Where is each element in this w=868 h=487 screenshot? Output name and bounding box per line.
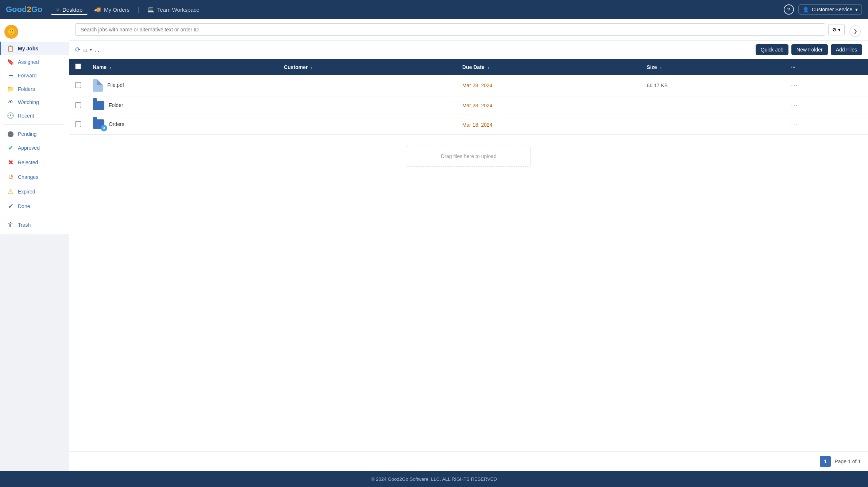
filter-icon[interactable]: ⏍: [84, 47, 87, 53]
row-customer-cell: [278, 115, 456, 135]
file-icon: [93, 79, 103, 92]
approved-icon: ✔: [7, 144, 14, 152]
nav-separator: |: [138, 6, 139, 14]
forward-label: Forward: [18, 73, 36, 78]
my-jobs-icon: 📋: [7, 45, 14, 52]
row-more-cell[interactable]: ···: [785, 75, 868, 96]
trash-label: Trash: [18, 222, 31, 228]
sidebar-divider-1: [4, 124, 65, 125]
row-due-date-text: Mar 18, 2024: [462, 122, 493, 128]
table-header-size[interactable]: Size ↕: [641, 59, 786, 75]
my-orders-label: My Orders: [104, 7, 130, 13]
nav-right: ? 👤 Customer Service ▾: [784, 4, 862, 15]
sidebar-item-assigned[interactable]: 🔖 Assigned: [0, 55, 69, 69]
user-icon: 👤: [803, 7, 809, 12]
refresh-icon[interactable]: ⟳: [75, 46, 81, 54]
sidebar-item-folders[interactable]: 📁 Folders: [0, 82, 69, 96]
table-header-more[interactable]: ···: [785, 59, 868, 75]
logo[interactable]: Good2Go: [6, 5, 42, 14]
row-select-cell: [69, 96, 87, 115]
approved-label: Approved: [18, 145, 40, 151]
row-checkbox[interactable]: [75, 102, 81, 108]
footer-text: © 2024 Good2Go Software, LLC. ALL RIGHTS…: [371, 476, 497, 482]
new-folder-button[interactable]: New Folder: [791, 44, 828, 55]
row-name-text: File.pdf: [107, 82, 124, 88]
due-date-sort-arrow: ↕: [487, 65, 490, 70]
row-name-text: Folder: [109, 102, 123, 108]
sidebar-item-recent[interactable]: 🕐 Recent: [0, 109, 69, 122]
row-size-cell: [641, 96, 786, 115]
sidebar-item-rejected[interactable]: ✖ Rejected: [0, 155, 69, 170]
sidebar-item-changes[interactable]: ↺ Changes: [0, 170, 69, 184]
sidebar-item-pending[interactable]: ⬤ Pending: [0, 127, 69, 141]
row-more-button[interactable]: ···: [791, 82, 798, 88]
row-checkbox[interactable]: [75, 121, 81, 127]
row-select-cell: [69, 115, 87, 135]
row-more-button[interactable]: ···: [791, 102, 798, 108]
row-more-cell[interactable]: ···: [785, 96, 868, 115]
row-name-cell[interactable]: ↺ Orders: [87, 115, 278, 135]
sidebar-item-approved[interactable]: ✔ Approved: [0, 141, 69, 155]
sidebar-item-watching[interactable]: 👁 Watching: [0, 96, 69, 109]
row-due-date-text: Mar 28, 2024: [462, 83, 493, 88]
row-name-cell[interactable]: Folder: [87, 96, 278, 115]
pagination: 1 Page 1 of 1: [69, 451, 868, 471]
logo-good: Good: [6, 5, 27, 14]
filter-chevron-icon[interactable]: ▾: [90, 47, 92, 52]
row-size-text: 66.17 KB: [647, 83, 668, 88]
row-customer-cell: [278, 96, 456, 115]
sidebar-wrapper: 🙂 📋 My Jobs 🔖 Assigned ➡ Forward 📁 Folde…: [0, 19, 69, 471]
collapse-panel-button[interactable]: ❯: [850, 26, 861, 37]
name-sort-arrow: ↑: [109, 65, 112, 70]
sidebar-item-trash[interactable]: 🗑 Trash: [0, 218, 69, 231]
recent-label: Recent: [18, 113, 34, 119]
done-icon: ✔: [7, 202, 14, 210]
drag-upload-area[interactable]: Drag files here to upload: [407, 146, 531, 167]
nav-desktop[interactable]: ≡ Desktop: [51, 4, 88, 15]
more-options-button[interactable]: ..: [95, 46, 100, 54]
assigned-label: Assigned: [18, 59, 39, 65]
sidebar-item-forward[interactable]: ➡ Forward: [0, 69, 69, 82]
orders-icon: 🚚: [94, 6, 101, 13]
table-header-due-date[interactable]: Due Date ↕: [456, 59, 641, 75]
due-date-column-label: Due Date: [462, 64, 485, 70]
search-bar: ⚙ ▾ 🔍: [69, 19, 868, 41]
filter-options-button[interactable]: ⚙ ▾: [828, 24, 845, 35]
folders-label: Folders: [18, 86, 35, 92]
sidebar-divider-2: [4, 216, 65, 216]
table-row: Folder Mar 28, 2024 ···: [69, 96, 868, 115]
quick-job-button[interactable]: Quick Job: [756, 44, 788, 55]
top-navigation: Good2Go ≡ Desktop 🚚 My Orders | 💻 Team W…: [0, 0, 868, 19]
name-column-label: Name: [93, 64, 107, 70]
page-number[interactable]: 1: [820, 456, 831, 467]
row-more-cell[interactable]: ···: [785, 115, 868, 135]
row-name-cell[interactable]: File.pdf: [87, 75, 278, 96]
user-menu-button[interactable]: 👤 Customer Service ▾: [798, 4, 862, 15]
folders-icon: 📁: [7, 85, 14, 92]
select-all-checkbox[interactable]: [75, 64, 81, 69]
page-text: Page 1 of 1: [834, 459, 861, 464]
toolbar-right: Quick Job New Folder Add Files: [756, 44, 862, 55]
row-checkbox[interactable]: [75, 82, 81, 88]
sidebar-item-my-jobs[interactable]: 📋 My Jobs: [0, 42, 69, 55]
changes-label: Changes: [18, 174, 38, 180]
sidebar-item-done[interactable]: ✔ Done: [0, 199, 69, 214]
workspace-icon: 💻: [147, 6, 154, 13]
help-button[interactable]: ?: [784, 4, 794, 15]
chevron-down-icon: ▾: [855, 7, 858, 12]
search-input[interactable]: [75, 23, 825, 36]
add-files-button[interactable]: Add Files: [831, 44, 862, 55]
nav-team-workspace[interactable]: 💻 Team Workspace: [142, 4, 205, 15]
desktop-icon: ≡: [56, 7, 59, 13]
nav-my-orders[interactable]: 🚚 My Orders: [89, 4, 135, 15]
changes-icon: ↺: [7, 173, 14, 181]
row-more-button[interactable]: ···: [791, 122, 798, 128]
more-column-icon: ···: [791, 64, 795, 70]
sidebar-item-expired[interactable]: ⚠ Expired: [0, 184, 69, 199]
customer-sort-arrow: ↕: [310, 65, 313, 70]
desktop-label: Desktop: [62, 7, 82, 13]
table-wrapper: Name ↑ Customer ↕ Due Date ↕ Size: [69, 59, 868, 451]
table-header-name[interactable]: Name ↑: [87, 59, 278, 75]
table-header-customer[interactable]: Customer ↕: [278, 59, 456, 75]
trash-icon: 🗑: [7, 222, 14, 228]
